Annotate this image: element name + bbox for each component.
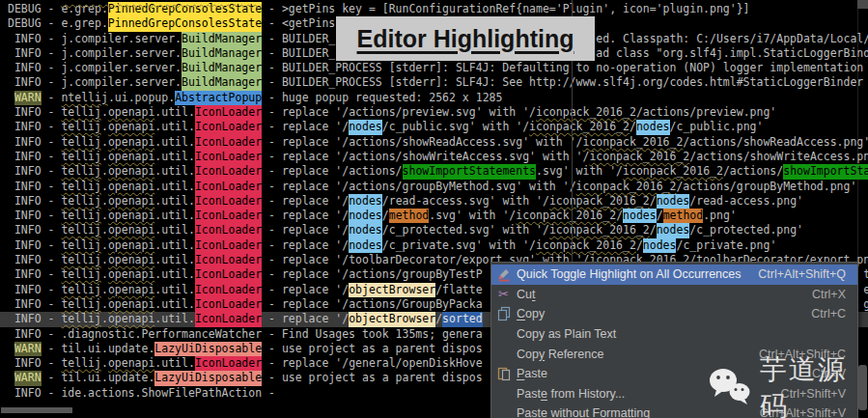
watermark: 芋道源码 bbox=[708, 351, 868, 418]
menu-icon-placeholder bbox=[494, 386, 513, 402]
page-title: Editor Highlighting bbox=[357, 25, 574, 53]
highlighter-icon bbox=[494, 266, 513, 282]
horizontal-scrollbar-thumb[interactable] bbox=[1, 407, 72, 413]
menu-icon-placeholder bbox=[494, 347, 513, 362]
wechat-logo-icon bbox=[708, 367, 752, 409]
menu-shortcut: Ctrl+X bbox=[812, 288, 846, 301]
log-row: INFO - j.compiler.server.BuildManager - … bbox=[0, 61, 868, 75]
log-row: WARN - ntellij.ui.popup.AbstractPopup - … bbox=[0, 91, 868, 105]
scissors-icon: ✂ bbox=[494, 287, 513, 302]
menu-item-label: Cut bbox=[517, 288, 535, 301]
menu-item-label: Paste without Formatting bbox=[517, 406, 650, 418]
menu-item-copy-as-plain-text[interactable]: Copy as Plain Text bbox=[491, 324, 857, 345]
title-banner: Editor Highlighting bbox=[336, 16, 595, 61]
vertical-scrollbar-thumb[interactable] bbox=[858, 365, 867, 410]
menu-item-label: Copy bbox=[517, 307, 545, 320]
log-row: INFO - tellij.openapi.util.IconLoader - … bbox=[0, 180, 868, 194]
log-row: INFO - j.compiler.server.BuildManager - … bbox=[0, 75, 868, 90]
menu-item-label: Paste from History... bbox=[517, 387, 625, 401]
menu-item-label: Copy Reference bbox=[517, 348, 603, 361]
menu-icon-placeholder bbox=[494, 326, 513, 342]
clipped-squiggle-underline: xxxxxxxxxxxxxxxxxxxxxxxxxxxxxx bbox=[61, 0, 262, 6]
ide-console-screen: xxxxxxxxxxxxxxxxxxxxxxxxxxxxxx DEBUG - e… bbox=[0, 0, 868, 418]
log-row: INFO - tellij.openapi.util.IconLoader - … bbox=[0, 223, 868, 237]
paste-icon bbox=[494, 366, 513, 381]
menu-item-copy[interactable]: CopyCtrl+C bbox=[491, 304, 857, 324]
scrollbar-corner bbox=[857, 0, 868, 9]
menu-item-quick-toggle-highlight[interactable]: Quick Toggle Highlight on All Occurrence… bbox=[491, 265, 857, 285]
menu-shortcut: Ctrl+Alt+Shift+Q bbox=[758, 267, 846, 281]
menu-item-label: Quick Toggle Highlight on All Occurrence… bbox=[517, 267, 742, 281]
log-row: INFO - tellij.openapi.util.IconLoader - … bbox=[0, 164, 868, 179]
log-row: INFO - tellij.openapi.util.IconLoader - … bbox=[0, 120, 868, 134]
menu-item-cut[interactable]: ✂CutCtrl+X bbox=[491, 285, 857, 305]
menu-icon-placeholder bbox=[494, 405, 513, 418]
menu-shortcut: Ctrl+C bbox=[811, 307, 846, 320]
log-row: INFO - tellij.openapi.util.IconLoader - … bbox=[0, 238, 868, 253]
log-row: INFO - tellij.openapi.util.IconLoader - … bbox=[0, 105, 868, 120]
log-row: INFO - tellij.openapi.util.IconLoader - … bbox=[0, 150, 868, 164]
menu-item-label: Paste bbox=[517, 367, 547, 380]
menu-item-label: Copy as Plain Text bbox=[517, 327, 616, 341]
log-row: INFO - tellij.openapi.util.IconLoader - … bbox=[0, 209, 868, 223]
watermark-text: 芋道源码 bbox=[760, 351, 868, 418]
copy-icon bbox=[494, 306, 513, 321]
log-row: INFO - tellij.openapi.util.IconLoader - … bbox=[0, 194, 868, 209]
log-row: INFO - tellij.openapi.util.IconLoader - … bbox=[0, 135, 868, 150]
